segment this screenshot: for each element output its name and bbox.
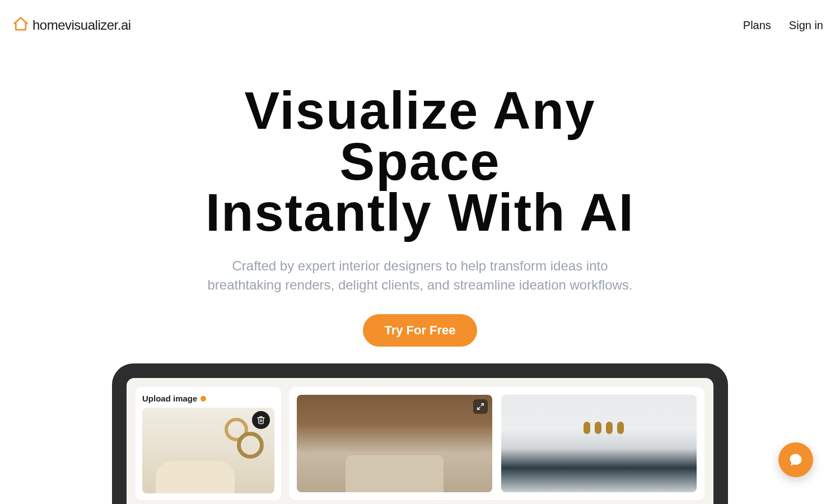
house-icon bbox=[12, 16, 29, 35]
hero-headline: Visualize Any Space Instantly With AI bbox=[0, 85, 840, 239]
hero-section: Visualize Any Space Instantly With AI Cr… bbox=[0, 85, 840, 347]
try-for-free-button[interactable]: Try For Free bbox=[363, 314, 477, 347]
top-nav: Plans Sign in bbox=[743, 19, 823, 32]
hero-line-2: Space bbox=[340, 132, 501, 191]
pendant-lights-icon bbox=[584, 395, 638, 434]
hero-line-3: Instantly With AI bbox=[206, 183, 634, 242]
render-tile-bedroom[interactable] bbox=[297, 395, 492, 492]
expand-icon bbox=[477, 403, 484, 410]
delete-upload-button[interactable] bbox=[252, 411, 270, 429]
chat-widget-button[interactable] bbox=[778, 442, 813, 477]
upload-header: Upload image bbox=[142, 394, 274, 403]
hero-sub-line-2: breathtaking renders, delight clients, a… bbox=[207, 277, 632, 292]
hero-line-1: Visualize Any bbox=[245, 81, 596, 140]
brand-logo[interactable]: homevisualizer.ai bbox=[12, 16, 131, 35]
bed-shape bbox=[346, 455, 444, 492]
app-preview-screen: Upload image bbox=[127, 378, 713, 504]
tablet-frame: Upload image bbox=[112, 363, 728, 504]
site-header: homevisualizer.ai Plans Sign in bbox=[0, 0, 840, 35]
expand-button[interactable] bbox=[473, 399, 488, 414]
wall-decor-icon bbox=[237, 432, 264, 459]
uploaded-image-preview[interactable] bbox=[142, 408, 274, 493]
results-gallery bbox=[289, 387, 704, 500]
chat-icon bbox=[788, 452, 804, 468]
brand-name: homevisualizer.ai bbox=[32, 17, 131, 33]
hero-sub-line-1: Crafted by expert interior designers to … bbox=[232, 258, 608, 273]
sofa-shape bbox=[156, 461, 235, 493]
trash-icon bbox=[256, 416, 265, 424]
render-tile-kitchen[interactable] bbox=[501, 395, 697, 492]
status-dot-icon bbox=[200, 396, 206, 402]
upload-panel: Upload image bbox=[136, 387, 281, 500]
hero-subtitle: Crafted by expert interior designers to … bbox=[0, 256, 840, 296]
nav-plans[interactable]: Plans bbox=[743, 19, 771, 32]
nav-sign-in[interactable]: Sign in bbox=[789, 19, 823, 32]
upload-label: Upload image bbox=[142, 394, 197, 403]
